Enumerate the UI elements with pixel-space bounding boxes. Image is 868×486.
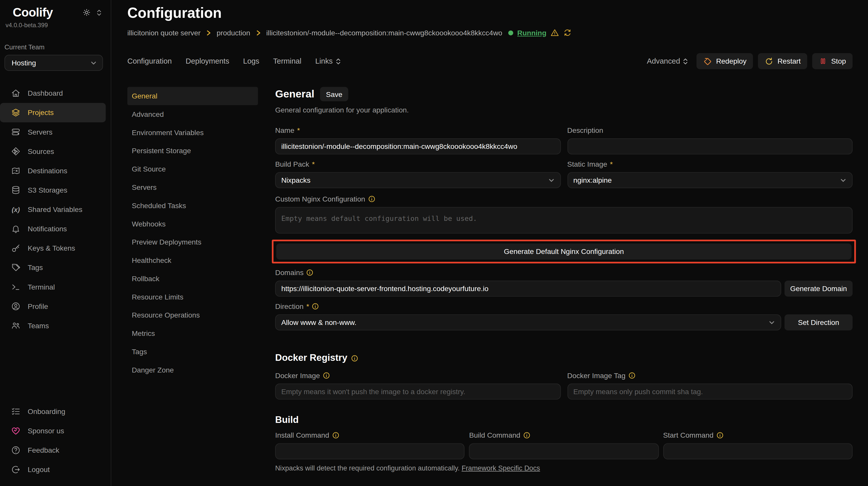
sidebar-item-notifications[interactable]: Notifications bbox=[0, 219, 106, 238]
toolbar: Configuration Deployments Logs Terminal … bbox=[127, 53, 852, 69]
breadcrumb-environment[interactable]: production bbox=[217, 29, 250, 37]
sidebar-item-profile[interactable]: Profile bbox=[0, 297, 106, 316]
sidebar-item-sources[interactable]: Sources bbox=[0, 142, 106, 161]
bell-icon bbox=[11, 224, 21, 234]
redeploy-button[interactable]: Redeploy bbox=[697, 53, 753, 69]
page-title: Configuration bbox=[127, 4, 852, 21]
database-icon bbox=[11, 186, 21, 195]
sidebar-nav: Dashboard Projects Servers Sources Desti… bbox=[0, 84, 111, 335]
status-badge[interactable]: Running bbox=[517, 29, 547, 37]
breadcrumb-project[interactable]: illicitonion quote server bbox=[127, 29, 200, 37]
refresh-icon[interactable] bbox=[563, 28, 572, 37]
info-icon bbox=[332, 432, 339, 439]
direction-select[interactable]: Allow www & non-www. bbox=[275, 314, 781, 330]
subnav-persistent-storage[interactable]: Persistent Storage bbox=[127, 142, 258, 160]
save-button[interactable]: Save bbox=[320, 87, 348, 101]
theme-toggle-sun-icon[interactable] bbox=[83, 8, 91, 17]
subnav-advanced[interactable]: Advanced bbox=[127, 105, 258, 123]
sidebar-item-tags[interactable]: Tags bbox=[0, 258, 106, 277]
current-team-label: Current Team bbox=[0, 28, 111, 55]
custom-nginx-textarea[interactable] bbox=[275, 207, 853, 233]
advanced-menu[interactable]: Advanced bbox=[647, 57, 688, 65]
start-command-input[interactable] bbox=[663, 443, 853, 459]
domains-input[interactable] bbox=[275, 281, 781, 297]
chevron-updown-icon bbox=[683, 57, 688, 65]
sidebar-item-teams[interactable]: Teams bbox=[0, 316, 106, 335]
team-select[interactable]: Hosting bbox=[4, 55, 103, 71]
generate-nginx-config-button[interactable]: Generate Default Nginx Configuration bbox=[276, 244, 851, 260]
redeploy-icon bbox=[703, 57, 712, 66]
static-image-select[interactable]: nginx:alpine bbox=[567, 172, 852, 188]
subnav-servers[interactable]: Servers bbox=[127, 178, 258, 196]
sidebar-item-feedback[interactable]: Feedback bbox=[0, 441, 106, 460]
framework-docs-link[interactable]: Framework Specific Docs bbox=[462, 464, 540, 472]
set-direction-button[interactable]: Set Direction bbox=[784, 314, 853, 330]
subnav-rollback[interactable]: Rollback bbox=[127, 269, 258, 288]
toolbar-actions: Advanced Redeploy Restart Stop bbox=[647, 53, 852, 69]
name-label: Name* bbox=[275, 126, 560, 135]
logout-icon bbox=[11, 465, 21, 474]
docker-image-input[interactable] bbox=[275, 384, 560, 399]
install-command-input[interactable] bbox=[275, 443, 465, 459]
sidebar-item-keys-tokens[interactable]: Keys & Tokens bbox=[0, 238, 106, 258]
subnav-preview-deployments[interactable]: Preview Deployments bbox=[127, 233, 258, 251]
chevron-down-icon bbox=[769, 319, 775, 326]
nixpacks-helper-text: Nixpacks will detect the required config… bbox=[275, 464, 853, 472]
subnav-tags[interactable]: Tags bbox=[127, 343, 258, 361]
sidebar-item-destinations[interactable]: Destinations bbox=[0, 161, 106, 181]
chevron-down-icon bbox=[840, 177, 846, 184]
sidebar-item-dashboard[interactable]: Dashboard bbox=[0, 84, 106, 103]
info-icon bbox=[716, 432, 723, 439]
subnav-danger-zone[interactable]: Danger Zone bbox=[127, 361, 258, 379]
restart-icon bbox=[765, 57, 774, 66]
breadcrumb-application[interactable]: illicitestonion/-module--decomposition:m… bbox=[266, 29, 502, 37]
help-circle-icon bbox=[11, 446, 21, 455]
tab-configuration[interactable]: Configuration bbox=[127, 57, 172, 65]
subnav-webhooks[interactable]: Webhooks bbox=[127, 215, 258, 233]
tab-logs[interactable]: Logs bbox=[243, 57, 259, 65]
tab-links[interactable]: Links bbox=[315, 57, 341, 65]
terminal-icon bbox=[11, 282, 21, 292]
subnav-resource-limits[interactable]: Resource Limits bbox=[127, 288, 258, 306]
description-input[interactable] bbox=[567, 138, 852, 155]
subnav-general[interactable]: General bbox=[127, 87, 258, 105]
subnav-git-source[interactable]: Git Source bbox=[127, 160, 258, 179]
subnav-scheduled-tasks[interactable]: Scheduled Tasks bbox=[127, 196, 258, 215]
docker-image-tag-input[interactable] bbox=[567, 384, 852, 399]
start-command-label: Start Command bbox=[663, 431, 853, 440]
sidebar-item-sponsor-us[interactable]: Sponsor us bbox=[0, 421, 106, 441]
name-input[interactable] bbox=[275, 138, 560, 155]
build-command-input[interactable] bbox=[469, 443, 659, 459]
subnav-metrics[interactable]: Metrics bbox=[127, 324, 258, 343]
generate-domain-button[interactable]: Generate Domain bbox=[784, 281, 853, 297]
sidebar-item-servers[interactable]: Servers bbox=[0, 122, 106, 142]
app-version: v4.0.0-beta.399 bbox=[0, 20, 111, 28]
sidebar-item-terminal[interactable]: Terminal bbox=[0, 277, 106, 297]
sidebar-item-logout[interactable]: Logout bbox=[0, 460, 106, 479]
map-icon bbox=[11, 166, 21, 175]
key-icon bbox=[11, 244, 21, 253]
sidebar-item-onboarding[interactable]: Onboarding bbox=[0, 402, 106, 421]
sidebar-collapse-icon[interactable] bbox=[96, 9, 102, 16]
sidebar-item-projects[interactable]: Projects bbox=[0, 103, 106, 122]
build-command-label: Build Command bbox=[469, 431, 659, 440]
install-command-label: Install Command bbox=[275, 431, 465, 440]
chevron-down-icon bbox=[90, 60, 97, 66]
main-panel: Configuration illicitonion quote server … bbox=[111, 0, 868, 486]
restart-button[interactable]: Restart bbox=[758, 53, 807, 69]
section-title-general: General bbox=[275, 88, 314, 100]
chevron-updown-icon bbox=[336, 57, 341, 65]
sidebar-item-s3-storages[interactable]: S3 Storages bbox=[0, 181, 106, 200]
stop-button[interactable]: Stop bbox=[812, 53, 852, 69]
build-pack-label: Build Pack* bbox=[275, 160, 560, 168]
subnav-environment-variables[interactable]: Environment Variables bbox=[127, 123, 258, 142]
general-form: General Save General configuration for y… bbox=[275, 87, 853, 486]
tab-terminal[interactable]: Terminal bbox=[273, 57, 301, 65]
variable-icon: (x) bbox=[11, 205, 21, 213]
build-pack-select[interactable]: Nixpacks bbox=[275, 172, 560, 188]
tab-deployments[interactable]: Deployments bbox=[186, 57, 229, 65]
subnav-healthcheck[interactable]: Healthcheck bbox=[127, 251, 258, 269]
chevron-right-icon bbox=[206, 30, 212, 36]
sidebar-item-shared-variables[interactable]: (x) Shared Variables bbox=[0, 200, 106, 219]
subnav-resource-operations[interactable]: Resource Operations bbox=[127, 306, 258, 324]
